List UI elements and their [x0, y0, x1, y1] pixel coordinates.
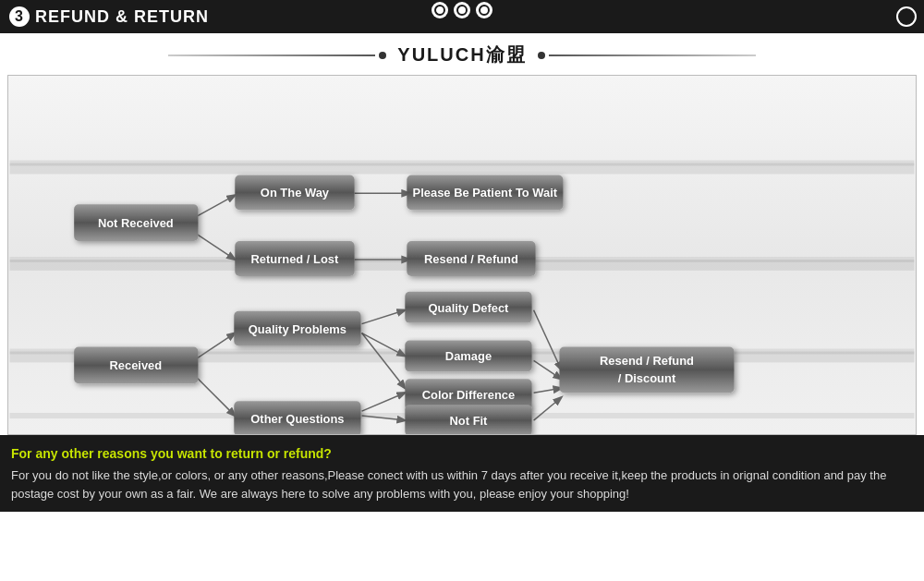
svg-line-21 — [534, 388, 562, 393]
svg-text:Damage: Damage — [445, 349, 492, 363]
svg-rect-5 — [10, 163, 915, 175]
svg-text:Resend / Refund: Resend / Refund — [600, 354, 694, 368]
header-title: 3 REFUND & RETURN — [9, 6, 209, 27]
header-right-icon — [896, 6, 917, 27]
svg-text:Quality Defect: Quality Defect — [429, 301, 510, 315]
header-icons — [432, 2, 492, 18]
bottom-body: For you do not like the style,or colors,… — [11, 466, 913, 502]
svg-line-14 — [362, 310, 406, 324]
brand-bar: YULUCH渝盟 — [0, 33, 924, 75]
header: 3 REFUND & RETURN — [0, 0, 924, 33]
bottom-section: For any other reasons you want to return… — [0, 435, 924, 512]
svg-text:On The Way: On The Way — [261, 186, 330, 200]
brand-text: YULUCH渝盟 — [397, 42, 526, 67]
svg-text:Received: Received — [109, 358, 162, 372]
svg-text:Not Fit: Not Fit — [450, 414, 489, 428]
svg-text:Returned / Lost: Returned / Lost — [251, 252, 339, 266]
svg-text:Resend / Refund: Resend / Refund — [424, 252, 518, 266]
bottom-highlight: For any other reasons you want to return… — [11, 446, 913, 461]
brand-dot-left — [379, 52, 386, 59]
svg-line-20 — [534, 360, 562, 379]
brand-dot-right — [538, 52, 545, 59]
diagram-container: Not Received On The Way Returned / Lost … — [7, 75, 917, 435]
svg-text:Color Difference: Color Difference — [422, 388, 516, 402]
svg-text:Quality Problems: Quality Problems — [249, 322, 346, 336]
header-number: 3 — [9, 6, 30, 27]
svg-text:Other Questions: Other Questions — [250, 412, 344, 426]
header-icon-2 — [454, 2, 470, 18]
svg-line-13 — [193, 374, 235, 416]
svg-text:/ Discount: / Discount — [618, 371, 676, 385]
svg-text:Not Received: Not Received — [98, 216, 174, 230]
svg-line-17 — [362, 393, 406, 411]
svg-line-9 — [193, 232, 235, 260]
header-icon-1 — [432, 2, 448, 18]
svg-text:Please Be Patient To Wait: Please Be Patient To Wait — [413, 186, 558, 200]
header-icon-3 — [476, 2, 492, 18]
svg-line-8 — [193, 195, 235, 218]
